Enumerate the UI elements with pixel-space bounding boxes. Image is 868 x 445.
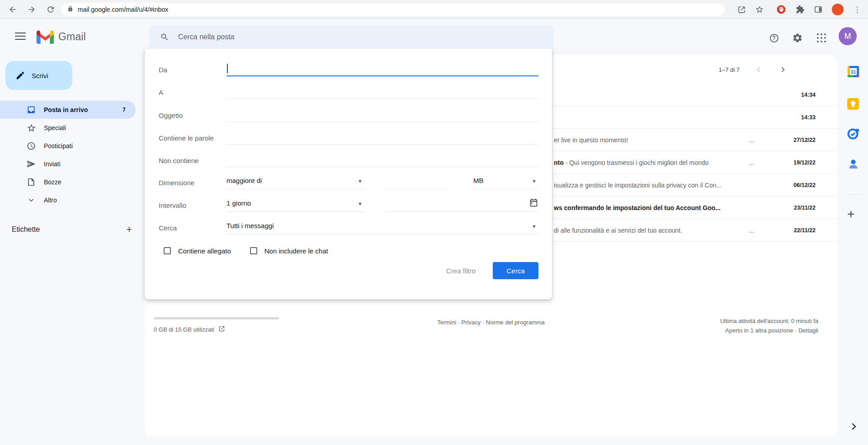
email-date: 27/12/22 bbox=[783, 137, 816, 143]
help-icon[interactable]: ? bbox=[765, 29, 783, 47]
browser-reload-icon[interactable] bbox=[45, 4, 56, 15]
browser-forward-icon[interactable] bbox=[26, 4, 37, 15]
text-caret bbox=[227, 64, 228, 73]
date-input[interactable] bbox=[386, 198, 538, 212]
doesnt-have-input[interactable] bbox=[226, 154, 538, 167]
search-input[interactable]: Cerca nella posta bbox=[178, 33, 235, 41]
from-label: Da bbox=[159, 66, 226, 74]
newer-page-icon[interactable] bbox=[753, 64, 764, 75]
exclude-chats-checkbox[interactable] bbox=[250, 247, 257, 254]
gmail-m-icon bbox=[36, 30, 54, 44]
subject-input[interactable] bbox=[226, 108, 538, 122]
svg-text:31: 31 bbox=[850, 69, 856, 75]
pencil-icon bbox=[15, 70, 25, 80]
search-submit-button[interactable]: Cerca bbox=[493, 262, 538, 279]
exclude-chats-checkbox-group[interactable]: Non includere le chat bbox=[250, 247, 328, 255]
to-input[interactable] bbox=[226, 85, 538, 99]
clock-icon bbox=[26, 141, 37, 151]
send-icon bbox=[26, 159, 37, 169]
sidebar-item-label: Inviati bbox=[44, 160, 61, 168]
email-date: 19/12/22 bbox=[783, 159, 816, 166]
has-words-input[interactable] bbox=[226, 131, 538, 145]
has-attachment-checkbox[interactable] bbox=[164, 247, 171, 254]
size-unit-select[interactable]: MB▼ bbox=[473, 176, 538, 189]
pagination-range: 1–7 di 7 bbox=[719, 66, 740, 73]
tasks-app-icon[interactable] bbox=[846, 128, 860, 140]
url-text: mail.google.com/mail/u/4/#inbox bbox=[78, 6, 168, 13]
storage-text: 0 GB di 15 GB utilizzati bbox=[154, 326, 214, 333]
sidebar-item-label: Speciali bbox=[44, 124, 66, 131]
google-apps-grid-icon[interactable] bbox=[812, 29, 830, 47]
open-locations-text[interactable]: Aperto in 1 altra posizione · Dettagli bbox=[720, 326, 818, 335]
email-date: 06/12/22 bbox=[783, 182, 816, 188]
gmail-logo-text: Gmail bbox=[58, 31, 86, 43]
size-value-input[interactable] bbox=[386, 176, 447, 189]
search-bar[interactable]: Cerca nella posta bbox=[149, 25, 554, 49]
sidebar-item-label: Bozze bbox=[44, 178, 61, 186]
adblock-extension-icon[interactable] bbox=[776, 4, 787, 15]
sidebar-item-sent[interactable]: Inviati bbox=[0, 155, 136, 173]
external-link-icon[interactable] bbox=[218, 325, 225, 333]
chevron-down-icon bbox=[26, 195, 37, 206]
browser-toolbar: mail.google.com/mail/u/4/#inbox ⋮ bbox=[0, 0, 868, 19]
rail-divider bbox=[844, 194, 862, 195]
compose-button[interactable]: Scrivi bbox=[5, 61, 72, 90]
sidebar-item-snoozed[interactable]: Posticipati bbox=[0, 137, 136, 155]
calendar-app-icon[interactable]: 31 bbox=[846, 66, 860, 78]
gmail-logo: Gmail bbox=[36, 30, 86, 44]
email-date: 14:33 bbox=[783, 114, 816, 121]
account-activity: Ultima attività dell'account: 0 minuti f… bbox=[720, 316, 818, 335]
browser-menu-kebab-icon[interactable]: ⋮ bbox=[852, 4, 863, 15]
star-icon bbox=[26, 122, 37, 133]
pagination: 1–7 di 7 bbox=[719, 64, 788, 75]
has-attachment-checkbox-group[interactable]: Contiene allegato bbox=[164, 247, 231, 255]
draft-file-icon bbox=[26, 177, 37, 187]
email-date: 22/11/22 bbox=[783, 227, 816, 234]
subject-label: Oggetto bbox=[159, 112, 226, 119]
calendar-picker-icon[interactable] bbox=[529, 198, 538, 209]
sidebar-item-drafts[interactable]: Bozze bbox=[0, 173, 136, 191]
from-input[interactable] bbox=[226, 63, 538, 76]
compose-label: Scrivi bbox=[32, 72, 48, 80]
email-date: 14:34 bbox=[783, 92, 816, 98]
side-panel-icon[interactable] bbox=[813, 4, 824, 15]
sidebar-item-more[interactable]: Altro bbox=[0, 191, 136, 209]
inbox-count-badge: 7 bbox=[123, 107, 126, 113]
size-label: Dimensione bbox=[159, 179, 226, 187]
address-bar[interactable]: mail.google.com/mail/u/4/#inbox bbox=[61, 3, 725, 16]
size-operator-select[interactable]: maggiore di▼ bbox=[226, 176, 364, 189]
storage-meter: 0 GB di 15 GB utilizzati bbox=[154, 317, 279, 333]
inbox-icon bbox=[26, 104, 37, 115]
gmail-screen: mail.google.com/mail/u/4/#inbox ⋮ bbox=[0, 0, 868, 445]
doesnt-have-label: Non contiene bbox=[159, 157, 226, 164]
account-avatar[interactable]: M bbox=[839, 27, 857, 45]
date-range-select[interactable]: 1 giorno▼ bbox=[226, 198, 364, 212]
labels-title: Etichette bbox=[12, 225, 40, 234]
sidebar-item-starred[interactable]: Speciali bbox=[0, 119, 136, 137]
extensions-puzzle-icon[interactable] bbox=[795, 4, 806, 15]
labels-section: Etichette + bbox=[12, 225, 132, 234]
add-addon-icon[interactable]: + bbox=[847, 207, 854, 221]
sidebar-item-label: Posta in arrivo bbox=[44, 106, 88, 113]
contacts-app-icon[interactable] bbox=[846, 158, 860, 170]
bookmark-star-icon[interactable] bbox=[754, 4, 765, 15]
date-range-label: Intervallo bbox=[159, 201, 226, 209]
lock-icon[interactable] bbox=[67, 5, 73, 14]
show-side-panel-icon[interactable] bbox=[848, 421, 859, 434]
search-scope-select[interactable]: Tutti i messaggi▼ bbox=[226, 221, 538, 234]
older-page-icon[interactable] bbox=[778, 64, 788, 75]
share-icon[interactable] bbox=[736, 4, 747, 15]
keep-app-icon[interactable] bbox=[846, 98, 860, 110]
main-menu-icon[interactable] bbox=[15, 33, 26, 40]
browser-back-icon[interactable] bbox=[7, 4, 18, 15]
search-scope-label: Cerca bbox=[159, 224, 226, 232]
footer-links[interactable]: Termini · Privacy · Norme del programma bbox=[288, 319, 694, 326]
settings-gear-icon[interactable] bbox=[788, 29, 807, 47]
sidebar-item-inbox[interactable]: Posta in arrivo 7 bbox=[0, 101, 136, 119]
to-label: A bbox=[159, 89, 226, 96]
has-words-label: Contiene le parole bbox=[159, 134, 226, 142]
browser-profile-avatar[interactable] bbox=[832, 4, 844, 15]
add-label-icon[interactable]: + bbox=[126, 225, 132, 234]
create-filter-button[interactable]: Crea filtro bbox=[446, 267, 476, 275]
search-icon[interactable] bbox=[155, 27, 175, 47]
